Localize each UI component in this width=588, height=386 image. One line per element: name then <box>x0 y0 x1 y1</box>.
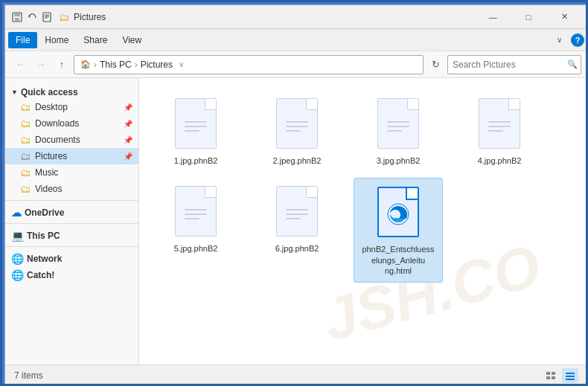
list-view-button[interactable] <box>543 368 559 383</box>
pin-icon: 📌 <box>124 103 132 112</box>
refresh-button[interactable]: ↻ <box>426 56 444 74</box>
pin-icon3: 📌 <box>124 136 132 144</box>
documents-folder-icon: 🗂 <box>20 134 31 146</box>
close-button[interactable]: ✕ <box>547 5 581 29</box>
title-bar-icons <box>11 11 53 23</box>
onedrive-icon: ☁ <box>11 207 22 219</box>
document-icon <box>175 186 217 237</box>
svg-rect-10 <box>546 372 550 375</box>
html-document-icon <box>377 187 419 237</box>
explorer-window: 🗂 Pictures — □ ✕ File Home Share View ∨ … <box>4 4 588 386</box>
file-name: 5.jpg.phnB2 <box>174 243 218 254</box>
sidebar-item-documents[interactable]: 🗂 Documents 📌 <box>5 132 138 148</box>
chevron-icon: ▼ <box>11 89 18 96</box>
doc-lines <box>286 209 308 219</box>
sidebar-thispc-item[interactable]: 💻 This PC <box>5 227 138 243</box>
sidebar-documents-label: Documents <box>35 135 80 145</box>
address-path[interactable]: 🏠 › This PC › Pictures ∨ <box>74 55 424 74</box>
undo-icon[interactable] <box>26 11 38 23</box>
path-thispc[interactable]: This PC <box>100 59 132 70</box>
svg-rect-13 <box>552 376 555 379</box>
sidebar-catch-item[interactable]: 🌐 Catch! <box>5 266 138 283</box>
up-button[interactable]: ↑ <box>53 56 71 74</box>
sidebar-music-label: Music <box>35 167 58 178</box>
search-icon[interactable]: 🔍 <box>567 59 578 69</box>
doc-line <box>387 121 409 123</box>
files-grid: 1.jpg.phnB2 2.jpeg.phnB2 <box>151 90 575 283</box>
list-item[interactable]: 2.jpeg.phnB2 <box>252 90 342 172</box>
help-button[interactable]: ? <box>571 33 584 47</box>
file-icon-wrapper <box>374 96 422 151</box>
doc-line <box>185 213 207 215</box>
downloads-folder-icon: 🗂 <box>20 118 31 129</box>
thispc-label: This PC <box>27 231 60 241</box>
file-name: 6.jpg.phnB2 <box>275 243 319 254</box>
menu-home[interactable]: Home <box>37 32 76 48</box>
doc-line <box>488 130 503 132</box>
menu-view[interactable]: View <box>115 32 149 48</box>
svg-marker-3 <box>28 15 31 18</box>
file-name: 4.jpg.phnB2 <box>478 155 522 166</box>
path-pictures[interactable]: Pictures <box>141 59 173 70</box>
file-name: 2.jpeg.phnB2 <box>273 155 322 166</box>
file-icon-wrapper <box>476 96 523 151</box>
sidebar-quickaccess-header[interactable]: ▼ Quick access <box>5 84 138 99</box>
doc-lines <box>387 121 409 132</box>
window-controls: — □ ✕ <box>476 5 581 29</box>
doc-line <box>286 209 308 210</box>
doc-line <box>286 130 301 132</box>
grid-view-button[interactable] <box>562 368 578 383</box>
search-input[interactable] <box>453 59 564 70</box>
expand-ribbon-button[interactable]: ∨ <box>550 31 568 49</box>
sidebar-divider1 <box>5 200 138 201</box>
sidebar-item-desktop[interactable]: 🗂 Desktop 📌 <box>5 99 138 115</box>
sidebar-item-videos[interactable]: 🗂 Videos <box>5 181 138 197</box>
sidebar-onedrive-item[interactable]: ☁ OneDrive <box>5 204 138 220</box>
title-bar-title: 🗂 Pictures <box>59 11 476 23</box>
file-icon-wrapper <box>172 96 220 151</box>
file-icon-wrapper <box>273 96 321 151</box>
sidebar-network-item[interactable]: 🌐 Network <box>5 250 138 266</box>
list-item[interactable]: 5.jpg.phnB2 <box>151 178 240 283</box>
status-bar: 7 items <box>5 364 587 385</box>
sidebar-pictures-label: Pictures <box>35 151 67 161</box>
sidebar-item-pictures[interactable]: 🗂 Pictures 📌 <box>5 148 138 164</box>
doc-lines <box>488 121 511 132</box>
list-item[interactable]: 6.jpg.phnB2 <box>252 178 342 283</box>
sidebar-item-downloads[interactable]: 🗂 Downloads 📌 <box>5 115 138 132</box>
list-item[interactable]: 1.jpg.phnB2 <box>151 90 240 172</box>
desktop-folder-icon: 🗂 <box>20 101 31 113</box>
list-item[interactable]: 3.jpg.phnB2 <box>354 90 443 172</box>
svg-rect-4 <box>43 13 51 22</box>
quick-save-icon[interactable] <box>11 11 23 23</box>
list-item[interactable]: phnB2_Entschluesselungs_Anleitu ng.html <box>354 178 443 283</box>
file-icon-wrapper <box>172 184 220 239</box>
file-name: phnB2_Entschluesselungs_Anleitu ng.html <box>361 244 435 276</box>
doc-line <box>185 121 207 123</box>
catch-icon: 🌐 <box>11 269 24 281</box>
back-button[interactable]: ← <box>11 56 29 74</box>
doc-lines <box>185 121 207 132</box>
doc-lines <box>286 121 308 132</box>
list-item[interactable]: 4.jpg.phnB2 <box>455 90 544 172</box>
svg-rect-11 <box>552 372 555 375</box>
sidebar-item-music[interactable]: 🗂 Music <box>5 164 138 181</box>
pin-icon4: 📌 <box>124 152 132 161</box>
doc-line <box>488 126 511 127</box>
forward-button[interactable]: → <box>32 56 50 74</box>
minimize-button[interactable]: — <box>476 5 510 29</box>
folder-icon: 🗂 <box>59 11 69 23</box>
document-icon <box>479 98 520 149</box>
onedrive-label: OneDrive <box>25 208 64 218</box>
search-box[interactable]: 🔍 <box>447 55 581 74</box>
maximize-button[interactable]: □ <box>511 5 546 29</box>
svg-rect-15 <box>566 376 575 377</box>
title-bar: 🗂 Pictures — □ ✕ <box>5 5 587 29</box>
address-bar: ← → ↑ 🏠 › This PC › Pictures ∨ ↻ 🔍 <box>5 51 587 78</box>
menu-share[interactable]: Share <box>76 32 115 48</box>
item-count: 7 items <box>14 370 43 381</box>
properties-icon[interactable] <box>41 11 53 23</box>
menu-file[interactable]: File <box>8 32 37 48</box>
network-label: Network <box>27 254 62 264</box>
file-name: 1.jpg.phnB2 <box>174 155 218 166</box>
